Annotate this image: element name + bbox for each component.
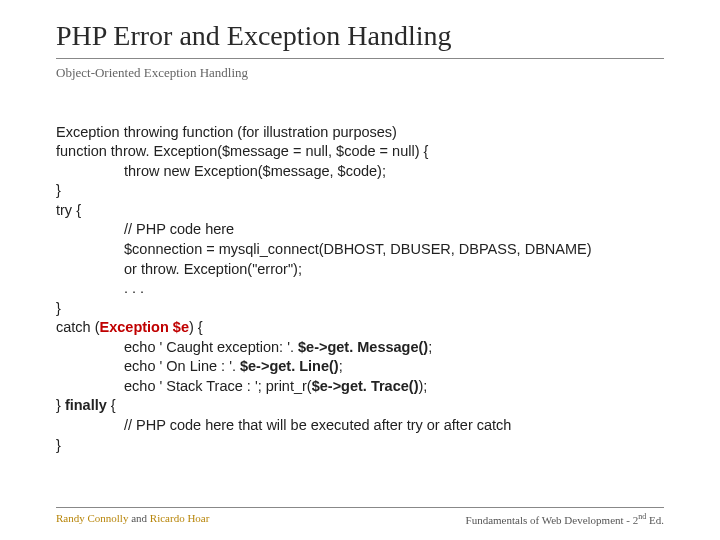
code-block: Exception throwing function (for illustr… [56, 103, 664, 455]
code-line: } finally { [56, 397, 116, 413]
code-line: } [56, 300, 61, 316]
footer-authors: Randy Connolly and Ricardo Hoar [56, 512, 209, 526]
code-line: throw new Exception($message, $code); [56, 162, 386, 182]
footer-book: Fundamentals of Web Development - 2nd Ed… [466, 512, 664, 526]
author-name: Ricardo Hoar [150, 512, 210, 524]
code-line: or throw. Exception("error"); [56, 260, 302, 280]
code-line: $connection = mysqli_connect(DBHOST, DBU… [56, 240, 592, 260]
code-line: echo ' Caught exception: '. $e->get. Mes… [56, 338, 432, 358]
slide-title: PHP Error and Exception Handling [56, 20, 664, 52]
code-line: // PHP code here that will be executed a… [56, 416, 511, 436]
title-divider [56, 58, 664, 59]
footer-divider [56, 507, 664, 508]
slide-subtitle: Object-Oriented Exception Handling [56, 65, 664, 81]
code-line: . . . [56, 279, 144, 299]
code-line: Exception throwing function (for illustr… [56, 124, 397, 140]
author-name: Randy Connolly [56, 512, 128, 524]
code-line: catch (Exception $e) { [56, 319, 203, 335]
code-line: } [56, 437, 61, 453]
code-line: echo ' On Line : '. $e->get. Line(); [56, 357, 343, 377]
code-line: } [56, 182, 61, 198]
code-line: // PHP code here [56, 220, 234, 240]
code-line: echo ' Stack Trace : '; print_r($e->get.… [56, 377, 427, 397]
code-line: try { [56, 202, 81, 218]
slide-footer: Randy Connolly and Ricardo Hoar Fundamen… [56, 507, 664, 526]
code-line: function throw. Exception($message = nul… [56, 143, 428, 159]
